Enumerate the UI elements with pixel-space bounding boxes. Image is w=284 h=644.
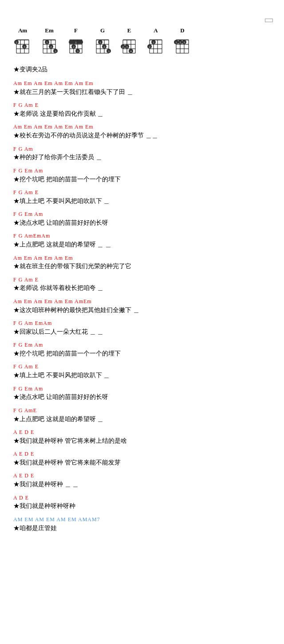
line-21: Am Em Am Em Am Em AmEm (13, 298, 271, 305)
line-26: ★挖个坑吧 把咱的苗苗一个一个的埋下 (13, 349, 271, 359)
svg-text:1: 1 (99, 41, 101, 44)
line-28: ★填上土吧 不要叫风把咱吹趴下 ＿ (13, 371, 271, 380)
svg-text:2: 2 (122, 45, 124, 49)
line-25: F G Em Am (13, 341, 271, 349)
chord-e: E 2 3 4 (120, 27, 138, 58)
svg-text:2: 2 (103, 45, 105, 49)
line-11: F G Am E (13, 189, 271, 196)
svg-text:2: 2 (179, 41, 181, 44)
line-37: A E D E (13, 472, 271, 480)
svg-text:2: 2 (73, 45, 75, 49)
line-27: F G Am E (13, 363, 271, 371)
line-15: F G AmEmAm (13, 232, 271, 240)
line-14: ★浇点水吧 让咱的苗苗好好的长呀 (13, 218, 271, 228)
svg-text:4: 4 (130, 50, 132, 53)
line-7: F G Am (13, 145, 271, 153)
svg-text:1: 1 (75, 41, 77, 44)
line-33: A E D E (13, 429, 271, 436)
line-18: ★就在班主任的带领下我们光荣的种完了它 (13, 262, 271, 271)
line-12: ★填上土吧 不要叫风把咱吹趴下 ＿ (13, 196, 271, 206)
svg-text:1: 1 (175, 41, 177, 44)
line-31: F G AmE (13, 407, 271, 414)
svg-text:2: 2 (16, 41, 17, 44)
line-22: ★这次咱班种树种的最快把其他娃们全撇下 ＿ (13, 305, 271, 315)
line-10: ★挖个坑吧 把咱的苗苗一个一个的埋下 (13, 175, 271, 184)
svg-text:3: 3 (126, 45, 128, 49)
chord-d: D 1 2 3 (173, 27, 192, 58)
line-3: F G Am E (13, 101, 271, 109)
line-23: F G Am EmAm (13, 320, 271, 327)
svg-text:1: 1 (46, 41, 48, 44)
svg-text:2: 2 (149, 45, 150, 49)
line-1: Am Em Am Em Am Em Am Em (13, 80, 271, 87)
chord-am: Am 2 3 (13, 27, 32, 58)
line-34: ★我们就是种呀种 管它将来树上结的是啥 (13, 436, 271, 446)
line-30: ★浇点水吧 让咱的苗苗好好的长呀 (13, 392, 271, 402)
line-20: ★老师说 你就等着校长把咱夸 ＿ (13, 283, 271, 293)
svg-text:3: 3 (55, 50, 56, 53)
svg-text:2: 2 (50, 45, 52, 49)
line-38: ★我们就是种呀种 ＿ ＿ (13, 480, 271, 489)
line-42: ★咱都是庄管娃 (13, 523, 271, 533)
svg-text:1: 1 (153, 41, 154, 44)
svg-text:3: 3 (108, 50, 110, 53)
artist-line (13, 13, 271, 21)
line-6: ★校长在旁边不停的动员说这是个种树的好季节 ＿＿ (13, 131, 271, 141)
line-32: ★上点肥吧 这就是咱的希望呀 ＿ (13, 414, 271, 424)
line-17: Am Em Am Em Am Em (13, 254, 271, 262)
svg-text:3: 3 (24, 45, 25, 49)
line-41: AM EM AM EM AM EM AMAM7 (13, 516, 271, 523)
line-13: F G Em Am (13, 211, 271, 218)
song-content: ★变调夹2品Am Em Am Em Am Em Am Em★就在三月的某一天我们… (13, 66, 271, 533)
watermark-box (265, 19, 273, 22)
line-16: ★上点肥吧 这就是咱的希望呀 ＿ ＿ (13, 240, 271, 250)
svg-text:3: 3 (183, 41, 185, 44)
line-36: ★我们就是种呀种 管它将来能不能发芽 (13, 458, 271, 468)
chord-f: F 1 2 3 (67, 27, 85, 58)
chord-g: G 1 2 3 (93, 27, 112, 58)
line-35: A E D E (13, 450, 271, 458)
line-9: F G Em Am (13, 167, 271, 175)
line-2: ★就在三月的某一天我们扛着锄头下了田 ＿ (13, 87, 271, 97)
line-40: ★我们就是种呀种呀种 (13, 501, 271, 511)
chord-a: A 1 2 (146, 27, 165, 58)
line-29: F G Em Am (13, 385, 271, 393)
line-5: Am Em Am Em Am Em Am Em (13, 123, 271, 131)
line-19: F G Am E (13, 276, 271, 284)
line-8: ★种的好了给你弄个生活委员 ＿ (13, 152, 271, 162)
svg-text:3: 3 (77, 50, 79, 53)
line-0: ★变调夹2品 (13, 66, 271, 74)
line-4: ★老师说 这是要给四化作贡献 ＿ (13, 109, 271, 119)
chord-em: Em 1 2 3 (40, 27, 59, 58)
line-24: ★回家以后二人一朵大红花 ＿ ＿ (13, 327, 271, 337)
chords-row: Am 2 3 Em (13, 27, 271, 58)
line-39: A D E (13, 494, 271, 502)
